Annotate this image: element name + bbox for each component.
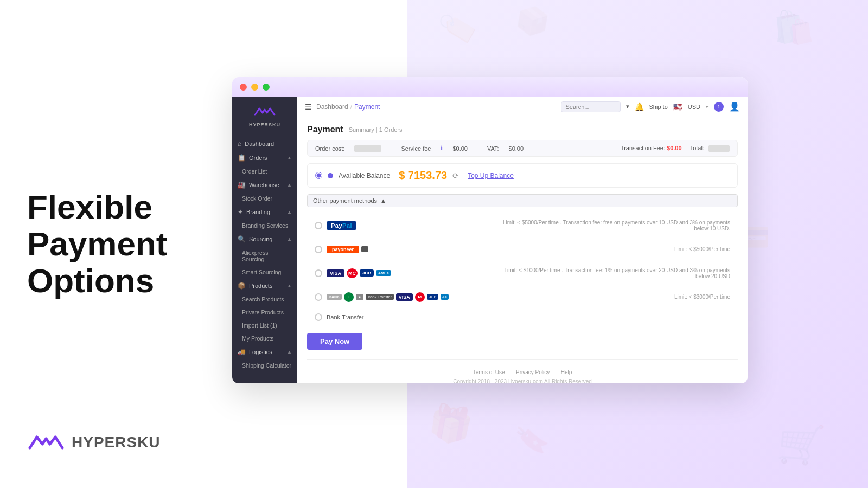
currency-label[interactable]: USD bbox=[688, 104, 700, 110]
hypersku-logo-icon bbox=[27, 429, 65, 455]
sidebar-item-products[interactable]: 📦 Products ▲ bbox=[232, 279, 297, 293]
logo-area: HYPERSKU bbox=[27, 429, 161, 455]
total-value bbox=[708, 145, 730, 151]
products-icon: 📦 bbox=[238, 282, 246, 290]
breadcrumb-separator: / bbox=[350, 103, 352, 111]
sidebar-item-dashboard[interactable]: ⌂ Dashboard bbox=[232, 137, 297, 151]
sidebar-item-stock-order[interactable]: Stock Order bbox=[232, 192, 297, 205]
balance-radio[interactable] bbox=[315, 172, 322, 179]
topbar: ☰ Dashboard / Payment ▾ 🔔 Ship to 🇺🇸 USD… bbox=[297, 97, 748, 117]
payment-option-payoneer[interactable]: payoneer + Limit: < $5000/Per time bbox=[307, 237, 738, 261]
sidebar-item-warehouse[interactable]: 🏭 Warehouse ▲ bbox=[232, 178, 297, 192]
dashboard-icon: ⌂ bbox=[238, 140, 241, 147]
service-fee-info[interactable]: ℹ bbox=[441, 145, 443, 152]
bank-transfer-sub-label: Bank Transfer bbox=[327, 314, 363, 320]
vat-label: VAT: bbox=[487, 145, 499, 152]
sidebar-item-branding[interactable]: ✦ Branding ▲ bbox=[232, 205, 297, 219]
sidebar-item-orders[interactable]: 📋 Orders ▲ bbox=[232, 151, 297, 165]
breadcrumb-parent[interactable]: Dashboard bbox=[316, 103, 348, 111]
available-balance-label: Available Balance bbox=[339, 172, 390, 179]
warehouse-icon: 🏭 bbox=[238, 181, 246, 189]
privacy-link[interactable]: Privacy Policy bbox=[516, 369, 550, 375]
paypal-radio[interactable] bbox=[315, 222, 322, 229]
sidebar-logo-text: HYPERSKU bbox=[238, 122, 292, 127]
bank-transfer-radio[interactable] bbox=[315, 293, 322, 301]
bank-transfer-row: Bank Transfer bbox=[307, 309, 738, 325]
search-input[interactable] bbox=[561, 101, 621, 112]
payoneer-logo: payoneer bbox=[327, 246, 359, 253]
payment-option-bank-transfer[interactable]: BANK + ★ Bank Transfer VISA M JCB AX Lim… bbox=[307, 285, 738, 309]
paypal-logos: PayPal bbox=[327, 221, 356, 230]
bank-transfer-logos: BANK + ★ Bank Transfer VISA M JCB AX bbox=[327, 292, 449, 302]
visa-logo: VISA bbox=[327, 269, 344, 277]
sidebar-label-orders: Orders bbox=[249, 155, 267, 161]
breadcrumb: Dashboard / Payment bbox=[316, 103, 380, 111]
minimize-button[interactable] bbox=[251, 84, 258, 91]
service-fee-label: Service fee bbox=[401, 145, 431, 152]
footer-links: Terms of Use Privacy Policy Help bbox=[307, 359, 738, 376]
branding-icon: ✦ bbox=[238, 208, 243, 216]
page-title: Payment bbox=[307, 125, 343, 134]
help-link[interactable]: Help bbox=[561, 369, 572, 375]
sidebar-item-import-list[interactable]: Import List (1) bbox=[232, 319, 297, 332]
order-cost-label: Order cost: bbox=[315, 145, 344, 152]
payoneer-logos: payoneer + bbox=[327, 246, 368, 253]
other-methods-button[interactable]: Other payment methods ▲ bbox=[307, 194, 738, 207]
headline: Flexible Payment Options bbox=[27, 189, 206, 300]
close-button[interactable] bbox=[240, 84, 247, 91]
balance-amount: $ 7153.73 bbox=[399, 169, 447, 182]
sidebar-item-smart-sourcing[interactable]: Smart Sourcing bbox=[232, 266, 297, 279]
products-arrow: ▲ bbox=[287, 283, 292, 288]
topbar-currency-arrow[interactable]: ▾ bbox=[706, 104, 709, 110]
cart-count: 1 bbox=[717, 104, 720, 110]
maximize-button[interactable] bbox=[263, 84, 270, 91]
pay-now-button[interactable]: Pay Now bbox=[307, 333, 362, 350]
topbar-right: ▾ 🔔 Ship to 🇺🇸 USD ▾ 1 👤 bbox=[561, 101, 740, 112]
transaction-fee-value: $0.00 bbox=[667, 145, 682, 151]
sidebar-label-sourcing: Sourcing bbox=[249, 236, 272, 242]
menu-toggle-icon[interactable]: ☰ bbox=[305, 102, 312, 111]
paypal-option-left: PayPal bbox=[315, 221, 423, 230]
top-up-button[interactable]: Top Up Balance bbox=[468, 172, 514, 179]
balance-dot bbox=[328, 173, 333, 178]
headline-line1: Flexible bbox=[27, 188, 152, 226]
payment-option-credit-card[interactable]: VISA MC JCB AMEX Limit: < $1000/Per time… bbox=[307, 261, 738, 285]
bank-transfer-option-left: BANK + ★ Bank Transfer VISA M JCB AX bbox=[315, 292, 449, 302]
sidebar-item-my-products[interactable]: My Products bbox=[232, 332, 297, 345]
payment-option-paypal[interactable]: PayPal Limit: ≤ $5000/Per time . Transac… bbox=[307, 214, 738, 237]
notification-icon[interactable]: 🔔 bbox=[635, 102, 644, 111]
sidebar-item-aliexpress-sourcing[interactable]: Aliexpress Sourcing bbox=[232, 246, 297, 266]
sidebar-label-order-list: Order List bbox=[242, 168, 267, 175]
sidebar-item-private-products[interactable]: Private Products bbox=[232, 306, 297, 319]
bank-transfer-sub-radio[interactable] bbox=[315, 313, 322, 321]
topbar-dropdown[interactable]: ▾ bbox=[626, 103, 629, 110]
sidebar-item-order-list[interactable]: Order List bbox=[232, 165, 297, 178]
sidebar-label-warehouse: Warehouse bbox=[249, 182, 279, 188]
total-label: Total: bbox=[690, 145, 704, 151]
credit-card-radio[interactable] bbox=[315, 269, 322, 277]
sidebar-item-logistics[interactable]: 🚚 Logistics ▲ bbox=[232, 345, 297, 359]
sidebar-label-dashboard: Dashboard bbox=[245, 140, 274, 147]
headline-line2: Payment bbox=[27, 225, 167, 262]
balance-refresh-icon[interactable]: ⟳ bbox=[452, 171, 459, 180]
country-flag[interactable]: 🇺🇸 bbox=[673, 102, 682, 111]
sidebar-item-search-products[interactable]: Search Products bbox=[232, 293, 297, 306]
balance-row: Available Balance $ 7153.73 ⟳ Top Up Bal… bbox=[307, 163, 738, 188]
user-avatar[interactable]: 👤 bbox=[729, 101, 740, 112]
payoneer-radio[interactable] bbox=[315, 246, 322, 253]
terms-link[interactable]: Terms of Use bbox=[473, 369, 505, 375]
sidebar-label-import-list: Import List (1) bbox=[242, 322, 277, 329]
sidebar-label-stock-order: Stock Order bbox=[242, 195, 272, 202]
credit-card-option-left: VISA MC JCB AMEX bbox=[315, 268, 423, 278]
browser-window: HYPERSKU ⌂ Dashboard 📋 Orders ▲ Order Li… bbox=[232, 77, 748, 383]
orders-arrow: ▲ bbox=[287, 155, 292, 160]
bank-logo-1: BANK bbox=[327, 294, 342, 300]
deco-icon-1: 🏷️ bbox=[436, 7, 481, 50]
sidebar-item-sourcing[interactable]: 🔍 Sourcing ▲ bbox=[232, 232, 297, 246]
sidebar-item-branding-services[interactable]: Branding Services bbox=[232, 219, 297, 232]
deco-icon-6: 🛒 bbox=[776, 420, 827, 468]
ship-to-label: Ship to bbox=[649, 104, 668, 110]
sidebar-item-shipping-calculator[interactable]: Shipping Calculator bbox=[232, 359, 297, 372]
cart-badge[interactable]: 1 bbox=[714, 102, 724, 112]
main-content: ☰ Dashboard / Payment ▾ 🔔 Ship to 🇺🇸 USD… bbox=[297, 97, 748, 383]
